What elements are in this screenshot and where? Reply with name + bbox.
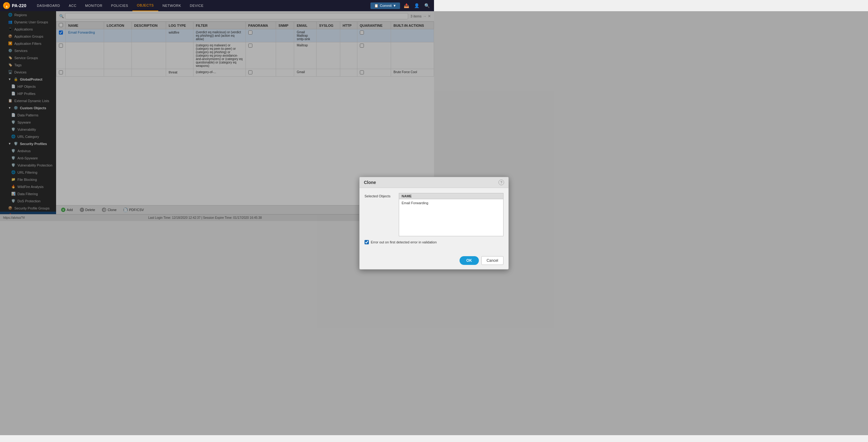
nav-dashboard[interactable]: DASHBOARD [32,0,64,11]
dialog-title: Clone [364,180,376,185]
clone-dialog: Clone ? Selected Objects NAME Email Forw… [359,177,434,221]
nav-objects[interactable]: OBJECTS [132,0,158,11]
nav-device[interactable]: DEVICE [185,0,208,11]
top-navigation: 🔥 PA-220 DASHBOARD ACC MONITOR POLICIES … [0,0,434,11]
dialog-body: Selected Objects NAME Email Forwarding E… [360,188,434,221]
search-icon[interactable]: 🔍 [423,3,431,8]
nav-items: DASHBOARD ACC MONITOR POLICIES OBJECTS N… [32,0,370,11]
dialog-table-body: Email Forwarding [399,199,434,221]
dialog-overlay: Clone ? Selected Objects NAME Email Forw… [0,11,434,221]
selected-objects-label: Selected Objects [365,193,396,198]
upload-icon[interactable]: 📤 [403,3,410,8]
dialog-table: NAME Email Forwarding [399,193,434,221]
nav-monitor[interactable]: MONITOR [81,0,106,11]
dialog-selected-objects-row: Selected Objects NAME Email Forwarding [365,193,434,221]
nav-acc[interactable]: ACC [64,0,81,11]
app-logo: 🔥 PA-220 [3,2,26,9]
nav-right: 📋 Commit ▼ 📤 👤 🔍 [370,2,431,9]
app-title: PA-220 [12,3,26,8]
nav-network[interactable]: NETWORK [158,0,186,11]
dialog-item: Email Forwarding [402,200,434,205]
dialog-table-header: NAME [399,193,434,199]
chevron-down-icon: ▼ [393,4,396,7]
nav-policies[interactable]: POLICIES [107,0,133,11]
dialog-title-bar: Clone ? [360,177,434,188]
commit-button[interactable]: 📋 Commit ▼ [370,2,400,9]
commit-icon: 📋 [374,4,378,8]
user-icon[interactable]: 👤 [413,3,421,8]
logo-icon: 🔥 [3,2,10,9]
